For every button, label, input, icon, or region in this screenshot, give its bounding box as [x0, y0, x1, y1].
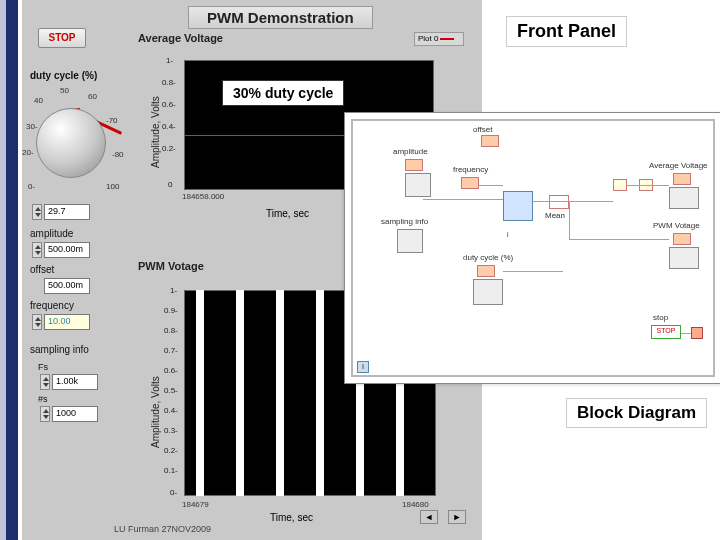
fs-spinner[interactable] [40, 374, 50, 390]
bd-multiply-node[interactable] [613, 179, 627, 191]
pwm-ytick: 0- [170, 488, 177, 497]
pwm-ylabel: Amplitude, Volts [150, 376, 161, 448]
avg-xlabel: Time, sec [266, 208, 309, 219]
byline: LU Furman 27NOV2009 [114, 524, 211, 534]
bd-amplitude-label: amplitude [393, 147, 428, 156]
dial-tick: -70 [106, 116, 118, 125]
duty-spinner[interactable] [32, 204, 42, 220]
bd-offset-label: offset [473, 125, 492, 134]
bd-loop-stop-icon[interactable] [691, 327, 703, 339]
avg-ytick: 0.8- [162, 78, 176, 87]
scroll-left-button[interactable]: ◄ [420, 510, 438, 524]
frequency-label: frequency [30, 300, 74, 311]
bd-signal-gen-node[interactable] [503, 191, 533, 221]
bd-pwm-chart-icon[interactable] [669, 247, 699, 269]
pwm-xlabel: Time, sec [270, 512, 313, 523]
bd-loop-iteration-icon: i [357, 361, 369, 373]
duty-cycle-callout: 30% duty cycle [222, 80, 344, 106]
bd-stop-label: stop [653, 313, 668, 322]
frequency-spinner[interactable] [32, 314, 42, 330]
fs-label: Fs [38, 362, 48, 372]
while-loop-frame: offset amplitude frequency sampling info… [351, 119, 715, 377]
pwm-xtick: 184680 [402, 500, 429, 509]
pwm-ytick: 0.7- [164, 346, 178, 355]
pwm-ytick: 0.3- [164, 426, 178, 435]
amplitude-label: amplitude [30, 228, 73, 239]
bd-sampling-icon[interactable] [397, 229, 423, 253]
legend-line-icon [440, 38, 454, 40]
front-panel-label: Front Panel [506, 16, 627, 47]
bd-avg-chart-icon[interactable] [669, 187, 699, 209]
dial-tick: 40 [34, 96, 43, 105]
block-diagram-panel: offset amplitude frequency sampling info… [344, 112, 720, 384]
sampling-info-label: sampling info [30, 344, 89, 355]
pwm-ytick: 0.8- [164, 326, 178, 335]
amplitude-input[interactable]: 500.00m [44, 242, 90, 258]
avg-xtick: 184658.000 [182, 192, 224, 201]
avg-ytick: 0.2- [162, 144, 176, 153]
bd-duty-dial-icon[interactable] [473, 279, 503, 305]
pwm-ytick: 0.9- [164, 306, 178, 315]
pwm-xtick: 184679 [182, 500, 209, 509]
avg-ytick: 0.6- [162, 100, 176, 109]
pwm-ytick: 1- [170, 286, 177, 295]
bd-amplitude-terminal[interactable] [405, 159, 423, 171]
duty-cycle-dial[interactable] [36, 108, 106, 178]
dial-tick: 20- [22, 148, 34, 157]
bd-avg-out-label: Average Voltage [649, 161, 708, 170]
pwm-ytick: 0.4- [164, 406, 178, 415]
scroll-right-button[interactable]: ► [448, 510, 466, 524]
pwm-chart-title: PWM Votage [138, 260, 204, 272]
bd-avg-out-terminal[interactable] [673, 173, 691, 185]
bd-mean-label: Mean [545, 211, 565, 220]
bd-loop-index: i [507, 231, 509, 238]
dial-tick: 100 [106, 182, 119, 191]
legend-text: Plot 0 [418, 34, 438, 43]
ns-label: #s [38, 394, 48, 404]
offset-label: offset [30, 264, 54, 275]
app-title: PWM Demonstration [188, 6, 373, 29]
ns-input[interactable]: 1000 [52, 406, 98, 422]
bd-pwm-out-label: PWM Votage [653, 221, 700, 230]
bd-compare-node[interactable] [549, 195, 569, 209]
duty-value-input[interactable]: 29.7 [44, 204, 90, 220]
pwm-ytick: 0.1- [164, 466, 178, 475]
bd-offset-terminal[interactable] [481, 135, 499, 147]
dial-tick: -80 [112, 150, 124, 159]
fs-input[interactable]: 1.00k [52, 374, 98, 390]
offset-input[interactable]: 500.00m [44, 278, 90, 294]
avg-chart-title: Average Voltage [138, 32, 223, 44]
amplitude-spinner[interactable] [32, 242, 42, 258]
dial-tick: 50 [60, 86, 69, 95]
stop-button[interactable]: STOP [38, 28, 86, 48]
bd-duty-label: duty cycle (%) [463, 253, 513, 262]
block-diagram-label: Block Diagram [566, 398, 707, 428]
duty-cycle-label: duty cycle (%) [30, 70, 97, 81]
avg-ylabel: Amplitude, Volts [150, 96, 161, 168]
pwm-ytick: 0.6- [164, 366, 178, 375]
bd-amplitude-icon[interactable] [405, 173, 431, 197]
avg-ytick: 0.4- [162, 122, 176, 131]
bd-pwm-out-terminal[interactable] [673, 233, 691, 245]
frequency-input[interactable]: 10.00 [44, 314, 90, 330]
bd-stop-button-terminal[interactable]: STOP [651, 325, 681, 339]
ns-spinner[interactable] [40, 406, 50, 422]
bd-sampling-label: sampling info [381, 217, 428, 226]
dial-tick: 0- [28, 182, 35, 191]
avg-ytick: 1- [166, 56, 173, 65]
bd-duty-terminal[interactable] [477, 265, 495, 277]
avg-chart-legend: Plot 0 [414, 32, 464, 46]
dial-tick: 30- [26, 122, 38, 131]
dial-tick: 60 [88, 92, 97, 101]
pwm-ytick: 0.5- [164, 386, 178, 395]
bd-frequency-terminal[interactable] [461, 177, 479, 189]
pwm-ytick: 0.2- [164, 446, 178, 455]
avg-ytick: 0 [168, 180, 172, 189]
bd-frequency-label: frequency [453, 165, 488, 174]
